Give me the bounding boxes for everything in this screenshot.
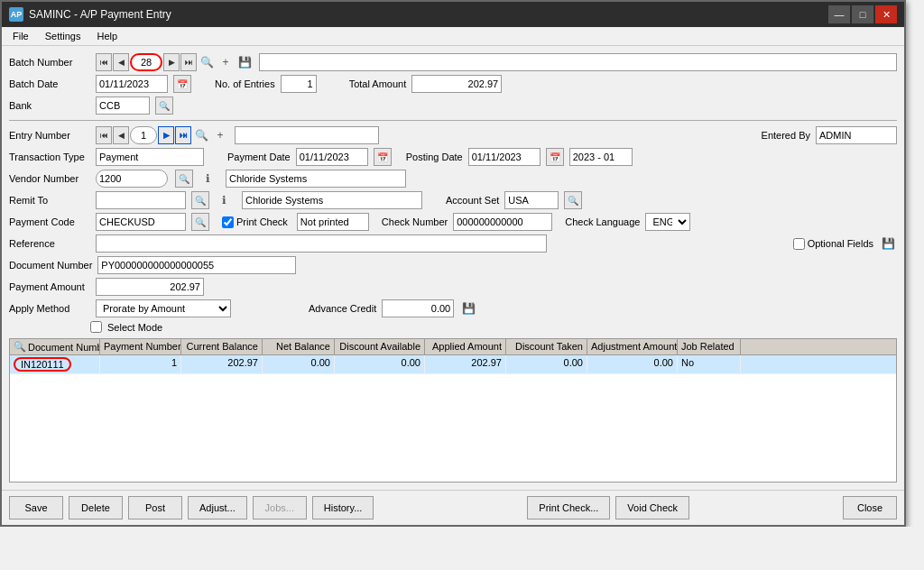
select-mode-checkbox[interactable] xyxy=(90,321,102,333)
entry-number-input[interactable]: 1 xyxy=(130,126,157,144)
menu-settings[interactable]: Settings xyxy=(38,29,88,43)
vendor-name-input[interactable]: Chloride Systems xyxy=(226,170,406,188)
payment-amount-input[interactable]: 202.97 xyxy=(96,278,204,296)
grid-header-paynum: Payment Number xyxy=(100,339,181,354)
entry-prev-btn[interactable]: ◀ xyxy=(113,126,129,144)
reference-input[interactable] xyxy=(96,234,547,253)
total-amount-input[interactable]: 202.97 xyxy=(411,75,502,93)
menu-file[interactable]: File xyxy=(5,29,36,43)
table-row[interactable]: IN120111 1 202.97 0.00 0.00 202.97 0.00 … xyxy=(10,355,896,374)
posting-date-calendar-btn[interactable]: 📅 xyxy=(546,148,564,166)
remit-search-btn[interactable]: 🔍 xyxy=(191,191,209,209)
grid-header-docnum: 🔍 Document Number xyxy=(10,339,100,354)
grid-header-curbal: Current Balance xyxy=(181,339,263,354)
remit-to-input[interactable] xyxy=(96,191,186,209)
entered-by-label: Entered By xyxy=(762,130,810,141)
account-set-input[interactable]: USA xyxy=(504,191,559,209)
print-check-checkbox[interactable] xyxy=(222,216,234,228)
grid-cell-disctaken: 0.00 xyxy=(506,355,587,373)
vendor-number-input[interactable]: 1200 xyxy=(96,170,168,188)
batch-add-btn[interactable]: + xyxy=(217,53,235,71)
batch-description-input[interactable] xyxy=(259,53,897,71)
window-title: SAMINC - A/P Payment Entry xyxy=(29,8,171,21)
save-button[interactable]: Save xyxy=(9,496,63,519)
delete-button[interactable]: Delete xyxy=(69,496,123,519)
advance-credit-btn[interactable]: 💾 xyxy=(459,299,477,317)
remit-info-btn[interactable]: ℹ xyxy=(215,191,233,209)
check-number-input[interactable]: 000000000000 xyxy=(453,213,552,231)
bank-label: Bank xyxy=(9,100,90,111)
maximize-button[interactable]: □ xyxy=(852,5,873,23)
history-button[interactable]: History... xyxy=(312,496,374,519)
grid-cell-adjamt: 0.00 xyxy=(587,355,678,373)
payment-amount-row: Payment Amount 202.97 xyxy=(9,278,897,296)
close-button[interactable]: ✕ xyxy=(875,5,897,23)
optional-fields-btn[interactable]: 💾 xyxy=(879,234,897,253)
total-amount-label: Total Amount xyxy=(349,78,407,89)
reference-row: Reference Optional Fields 💾 xyxy=(9,234,897,253)
grid-body: IN120111 1 202.97 0.00 0.00 202.97 0.00 … xyxy=(10,355,896,482)
batch-last-btn[interactable]: ⏭ xyxy=(180,53,197,71)
grid-scroll[interactable]: 🔍 Document Number Payment Number Current… xyxy=(10,339,896,482)
apply-method-select[interactable]: Prorate by Amount Prorate by Due Date Ma… xyxy=(96,299,231,317)
post-button[interactable]: Post xyxy=(128,496,182,519)
entry-number-label: Entry Number xyxy=(9,130,90,141)
select-mode-label: Select Mode xyxy=(107,322,162,333)
select-mode-row: Select Mode xyxy=(9,321,897,333)
optional-fields-checkbox[interactable] xyxy=(793,238,805,250)
entry-search-btn[interactable]: 🔍 xyxy=(192,126,210,144)
window-controls: — □ ✕ xyxy=(828,5,897,23)
bank-row: Bank CCB 🔍 xyxy=(9,97,897,115)
entry-add-btn[interactable]: + xyxy=(211,126,229,144)
batch-next-btn[interactable]: ▶ xyxy=(163,53,180,71)
menu-help[interactable]: Help xyxy=(89,29,125,43)
account-set-search-btn[interactable]: 🔍 xyxy=(564,191,582,209)
document-number-input[interactable]: PY000000000000000055 xyxy=(97,256,296,274)
grid-header-adjamt: Adjustment Amount xyxy=(587,339,678,354)
batch-prev-btn[interactable]: ◀ xyxy=(113,53,129,71)
title-bar: AP SAMINC - A/P Payment Entry — □ ✕ xyxy=(2,2,904,27)
posting-date-input[interactable]: 01/11/2023 xyxy=(468,148,541,166)
batch-date-input[interactable]: 01/11/2023 xyxy=(96,75,168,93)
batch-date-calendar-btn[interactable]: 📅 xyxy=(173,75,191,93)
payment-date-input[interactable]: 01/11/2023 xyxy=(296,148,368,166)
payment-code-label: Payment Code xyxy=(9,216,90,227)
vendor-search-btn[interactable]: 🔍 xyxy=(175,170,193,188)
vendor-number-label: Vendor Number xyxy=(9,173,90,184)
advance-credit-input[interactable]: 0.00 xyxy=(382,299,454,317)
void-check-button[interactable]: Void Check xyxy=(615,496,689,519)
optional-fields-label: Optional Fields xyxy=(808,238,873,249)
adjust-button[interactable]: Adjust... xyxy=(188,496,247,519)
payment-date-calendar-btn[interactable]: 📅 xyxy=(374,148,392,166)
entry-first-btn[interactable]: ⏮ xyxy=(96,126,112,144)
print-check-button[interactable]: Print Check... xyxy=(527,496,610,519)
payment-code-search-btn[interactable]: 🔍 xyxy=(191,213,209,231)
jobs-button[interactable]: Jobs... xyxy=(253,496,307,519)
transaction-type-input[interactable]: Payment xyxy=(96,148,204,166)
document-number-row: Document Number PY000000000000000055 xyxy=(9,256,897,274)
payment-code-input[interactable]: CHECKUSD xyxy=(96,213,186,231)
document-grid: 🔍 Document Number Payment Number Current… xyxy=(9,338,897,483)
minimize-button[interactable]: — xyxy=(828,5,850,23)
batch-first-btn[interactable]: ⏮ xyxy=(96,53,112,71)
grid-header-discavail: Discount Available xyxy=(335,339,425,354)
entries-input[interactable]: 1 xyxy=(281,75,317,93)
entry-next-btn[interactable]: ▶ xyxy=(158,126,174,144)
print-check-label: Print Check xyxy=(236,216,288,227)
batch-number-input[interactable]: 28 xyxy=(130,53,162,71)
batch-search-btn[interactable]: 🔍 xyxy=(198,53,216,71)
entered-by-input[interactable]: ADMIN xyxy=(816,126,897,144)
print-status-input[interactable]: Not printed xyxy=(297,213,369,231)
grid-cell-netbal: 0.00 xyxy=(263,355,335,373)
close-button[interactable]: Close xyxy=(843,496,897,519)
entry-description-input[interactable] xyxy=(235,126,379,144)
entry-last-btn[interactable]: ⏭ xyxy=(175,126,191,144)
batch-save-btn[interactable]: 💾 xyxy=(236,53,254,71)
period-input[interactable]: 2023 - 01 xyxy=(569,148,633,166)
check-number-label: Check Number xyxy=(382,216,448,227)
bank-search-btn[interactable]: 🔍 xyxy=(155,97,173,115)
remit-to-name-input[interactable]: Chloride Systems xyxy=(242,191,422,209)
check-language-select[interactable]: ENG FRE SPA xyxy=(645,213,690,231)
vendor-info-btn[interactable]: ℹ xyxy=(199,170,217,188)
bank-input[interactable]: CCB xyxy=(96,97,150,115)
